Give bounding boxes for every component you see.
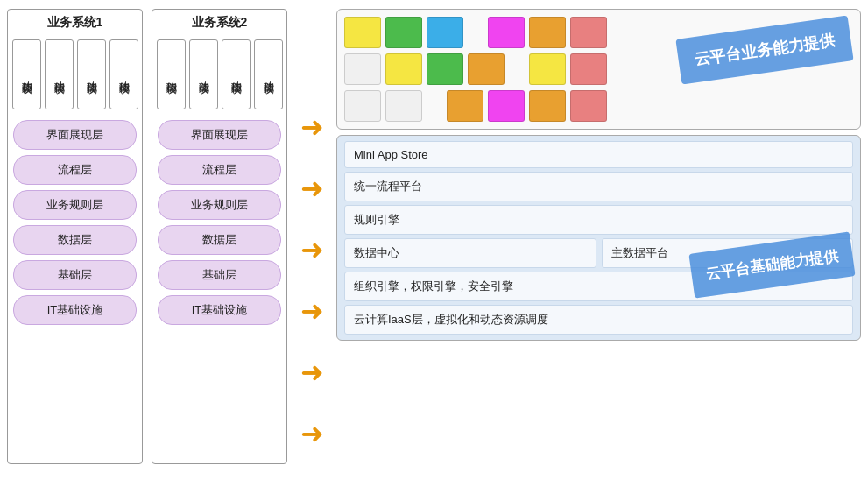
layer-2-4: 数据层 [158, 225, 281, 255]
layer-2-1: 界面展现层 [158, 120, 281, 150]
layer-1-4: 数据层 [13, 225, 137, 255]
tile-2-3 [427, 53, 463, 85]
tile-2-7 [570, 53, 607, 85]
tile-3-2 [385, 90, 422, 122]
arrow-3: ➜ [300, 236, 324, 264]
arrow-1: ➜ [300, 113, 324, 141]
tile-3-5 [488, 90, 525, 122]
tile-2-6 [529, 53, 566, 85]
tile-3-6 [529, 90, 566, 122]
tile-1-7 [570, 17, 607, 48]
platform-row-datacenter: 数据中心 [344, 238, 596, 268]
tile-3-7 [570, 90, 607, 122]
tile-row-3 [344, 90, 853, 122]
func-modules-2: 功能模块 功能模块 功能模块 功能模块 [157, 39, 283, 109]
tile-2-2 [385, 53, 422, 85]
func-block-1-2: 功能模块 [45, 39, 74, 109]
layer-2-3: 业务规则层 [158, 190, 281, 220]
layer-1-2: 流程层 [13, 155, 137, 185]
arrow-6: ➜ [300, 420, 324, 448]
tile-1-1 [344, 17, 381, 48]
tile-1-2 [385, 17, 422, 48]
func-block-2-4: 功能模块 [254, 39, 283, 109]
tile-gap-3 [427, 90, 442, 122]
func-block-1-1: 功能模块 [12, 39, 41, 109]
layer-2-6: IT基础设施 [158, 295, 281, 325]
biz-system-2-title: 业务系统2 [192, 15, 248, 31]
biz-system-1-title: 业务系统1 [47, 15, 103, 31]
layer-2-2: 流程层 [158, 155, 281, 185]
platform-row-workflow: 统一流程平台 [344, 172, 853, 201]
func-block-2-2: 功能模块 [189, 39, 218, 109]
layer-2-5: 基础层 [158, 260, 281, 290]
tile-1-3 [427, 17, 463, 48]
tile-1-5 [488, 17, 525, 48]
arrow-5: ➜ [300, 358, 324, 386]
arrows-column: ➜ ➜ ➜ ➜ ➜ ➜ [291, 9, 333, 464]
func-block-2-1: 功能模块 [157, 39, 186, 109]
tile-gap-2 [509, 53, 525, 85]
arrow-4: ➜ [300, 297, 324, 325]
layer-1-1: 界面展现层 [13, 120, 137, 150]
tile-1-6 [529, 17, 566, 48]
layer-1-3: 业务规则层 [13, 190, 137, 220]
layer-1-6: IT基础设施 [13, 295, 137, 325]
business-systems: 业务系统1 功能模块 功能模块 功能模块 功能模块 界面展现层 流程层 业务规则… [7, 9, 287, 464]
func-block-1-3: 功能模块 [77, 39, 106, 109]
func-block-2-3: 功能模块 [222, 39, 251, 109]
tile-3-4 [447, 90, 483, 122]
cloud-platform-top: 云平台业务能力提供 [336, 9, 861, 130]
platform-row-rules: 规则引擎 [344, 205, 853, 235]
layer-1-5: 基础层 [13, 260, 137, 290]
cloud-platform-bottom: Mini App Store 统一流程平台 规则引擎 数据中心 主数据平台 组织… [336, 135, 861, 341]
tile-2-1 [344, 53, 381, 85]
arrow-2: ➜ [300, 174, 324, 202]
biz-system-2: 业务系统2 功能模块 功能模块 功能模块 功能模块 界面展现层 流程层 业务规则… [152, 9, 287, 464]
tile-gap [468, 17, 483, 48]
platform-row-iaas: 云计算IaaS层，虚拟化和动态资源调度 [344, 305, 853, 335]
func-block-1-4: 功能模块 [109, 39, 138, 109]
main-container: 业务系统1 功能模块 功能模块 功能模块 功能模块 界面展现层 流程层 业务规则… [0, 0, 868, 494]
platform-row-mini-app: Mini App Store [344, 141, 853, 168]
tile-2-4 [468, 53, 505, 85]
right-side: 云平台业务能力提供 Mini App Store 统一流程平台 规则引擎 数据中… [333, 9, 861, 341]
tile-3-1 [344, 90, 381, 122]
biz-system-1: 业务系统1 功能模块 功能模块 功能模块 功能模块 界面展现层 流程层 业务规则… [7, 9, 143, 464]
func-modules-1: 功能模块 功能模块 功能模块 功能模块 [12, 39, 138, 109]
